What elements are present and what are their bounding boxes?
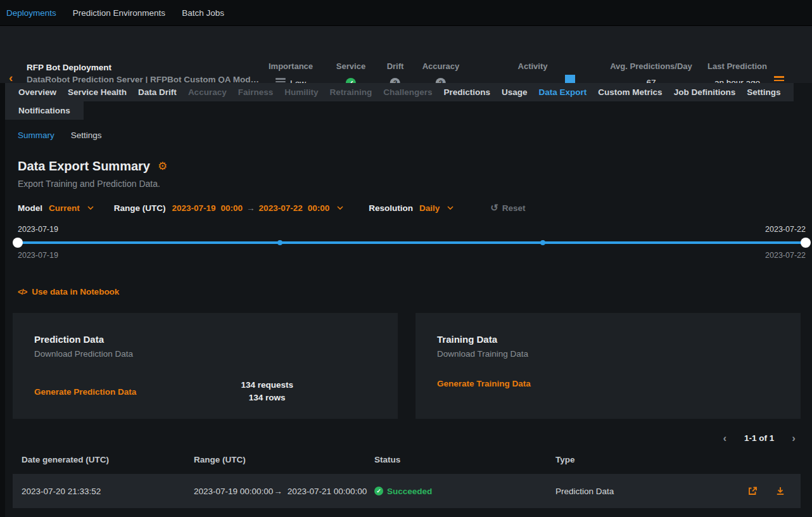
tab-challengers: Challengers [377, 83, 438, 101]
col-range: Range (UTC) [194, 455, 374, 464]
tab-accuracy: Accuracy [182, 83, 232, 101]
tab-data-drift[interactable]: Data Drift [132, 83, 182, 101]
tab-overview[interactable]: Overview [13, 83, 62, 101]
resolution-label: Resolution [369, 203, 413, 213]
col-status: Status [374, 455, 555, 464]
app-window: Deployments Prediction Environments Batc… [0, 0, 812, 517]
prediction-rows-count: 134 rows [136, 392, 398, 404]
slider-start-label-top: 2023-07-19 [18, 225, 58, 234]
range-end-picker[interactable]: 2023-07-22 00:00 [259, 203, 344, 213]
exports-table-header: Date generated (UTC) Range (UTC) Status … [13, 450, 801, 469]
tab-data-export[interactable]: Data Export [533, 83, 593, 101]
tab-retraining: Retraining [324, 83, 377, 101]
range-start-time: 00:00 [221, 203, 243, 213]
model-dropdown[interactable]: Current [49, 203, 94, 213]
range-end-time: 00:00 [308, 203, 330, 213]
training-card-subtitle: Download Training Data [437, 349, 801, 359]
pagination-next-icon[interactable]: › [792, 433, 796, 444]
nav-item-prediction-environments[interactable]: Prediction Environments [73, 8, 165, 18]
range-start-date: 2023-07-19 [172, 203, 216, 213]
resolution-value: Daily [419, 203, 440, 213]
tab-fairness: Fairness [232, 83, 279, 101]
data-export-page: Summary Settings Data Export Summary ⚙ E… [5, 131, 812, 508]
slider-handle-start[interactable] [13, 238, 23, 248]
range-start-picker[interactable]: 2023-07-19 00:00 [172, 203, 243, 213]
slider-tick-dot [540, 240, 545, 245]
slider-track[interactable] [18, 238, 806, 248]
nav-item-batch-jobs[interactable]: Batch Jobs [182, 8, 224, 18]
slider-tick-dot [277, 240, 282, 245]
drift-label: Drift [387, 61, 404, 71]
subtab-settings[interactable]: Settings [71, 131, 102, 140]
chevron-down-icon [447, 206, 454, 210]
col-type: Type [555, 455, 801, 464]
succeeded-check-icon: ✓ [374, 487, 383, 495]
content-area: Overview Service Health Data Drift Accur… [0, 83, 812, 517]
col-date-generated: Date generated (UTC) [13, 455, 194, 464]
activity-label: Activity [485, 61, 580, 71]
tab-custom-metrics[interactable]: Custom Metrics [592, 83, 668, 101]
last-prediction-label: Last Prediction [707, 61, 767, 71]
cell-type: Prediction Data [555, 487, 747, 496]
cell-range-end: 2023-07-21 00:00:00 [288, 487, 367, 496]
table-row: 2023-07-20 21:33:52 2023-07-19 00:00:00 … [13, 474, 801, 508]
tab-bar-row-2: Notifications [5, 101, 84, 120]
subtab-bar: Summary Settings [13, 131, 801, 140]
pagination-prev-icon[interactable]: ‹ [723, 433, 726, 444]
prediction-card-title: Prediction Data [34, 334, 398, 345]
generate-prediction-data-button[interactable]: Generate Prediction Data [34, 387, 136, 397]
pagination: ‹ 1-1 of 1 › [13, 433, 801, 444]
reset-icon: ↺ [490, 202, 498, 214]
range-label: Range (UTC) [114, 203, 166, 213]
range-arrow-icon: → [274, 487, 282, 496]
prediction-card-subtitle: Download Prediction Data [34, 349, 398, 359]
model-value: Current [49, 203, 80, 213]
deployment-title: RFP Bot Deployment [27, 63, 255, 72]
accuracy-label: Accuracy [422, 61, 460, 71]
prediction-requests-count: 134 requests [136, 379, 398, 392]
tab-bar-row-1: Overview Service Health Data Drift Accur… [5, 83, 794, 101]
tab-predictions[interactable]: Predictions [438, 83, 497, 101]
controls-bar: Model Current Range (UTC) 2023-07-19 00:… [13, 202, 801, 214]
range-end-date: 2023-07-22 [259, 203, 303, 213]
use-data-in-notebook-link[interactable]: </> Use data in Notebook [13, 287, 801, 297]
prediction-data-stats: 134 requests 134 rows [136, 379, 398, 404]
exports-table: Date generated (UTC) Range (UTC) Status … [13, 450, 801, 508]
tab-settings[interactable]: Settings [741, 83, 786, 101]
tab-job-definitions[interactable]: Job Definitions [668, 83, 742, 101]
download-export-icon[interactable] [775, 486, 785, 496]
gear-icon[interactable]: ⚙ [158, 161, 167, 172]
back-chevron-icon[interactable]: ‹ [9, 72, 13, 84]
open-export-icon[interactable] [747, 486, 758, 496]
model-label: Model [18, 203, 42, 213]
resolution-dropdown[interactable]: Daily [419, 203, 454, 213]
prediction-data-card: Prediction Data Download Prediction Data… [13, 313, 398, 419]
page-title: Data Export Summary [18, 159, 150, 174]
chevron-down-icon [337, 206, 343, 210]
importance-label: Importance [269, 61, 313, 71]
cell-range-start: 2023-07-19 00:00:00 [194, 487, 273, 496]
range-arrow-icon: → [246, 203, 255, 213]
notebook-link-label: Use data in Notebook [32, 287, 119, 297]
training-card-title: Training Data [437, 334, 801, 345]
chevron-down-icon [87, 206, 94, 210]
service-label: Service [336, 61, 365, 71]
tab-humility: Humility [279, 83, 324, 101]
deployment-header: ‹ RFP Bot Deployment DataRobot Predictio… [0, 26, 812, 83]
slider-end-label-top: 2023-07-22 [765, 225, 806, 234]
cell-date-generated: 2023-07-20 21:33:52 [13, 487, 194, 496]
reset-button[interactable]: ↺ Reset [490, 202, 525, 214]
generate-training-data-button[interactable]: Generate Training Data [437, 379, 531, 388]
tab-service-health[interactable]: Service Health [62, 83, 132, 101]
tab-usage[interactable]: Usage [496, 83, 533, 101]
code-icon: </> [18, 288, 27, 297]
tab-notifications[interactable]: Notifications [13, 101, 76, 120]
nav-item-deployments[interactable]: Deployments [6, 8, 56, 18]
cell-range: 2023-07-19 00:00:00 → 2023-07-21 00:00:0… [194, 487, 374, 496]
slider-start-label-bottom: 2023-07-19 [18, 251, 58, 260]
top-nav: Deployments Prediction Environments Batc… [0, 0, 812, 26]
slider-handle-end[interactable] [801, 238, 811, 248]
subtab-summary[interactable]: Summary [18, 131, 54, 140]
avg-predictions-label: Avg. Predictions/Day [610, 61, 692, 71]
date-range-slider: 2023-07-19 2023-07-22 2023-07-19 2023-07… [13, 225, 801, 262]
